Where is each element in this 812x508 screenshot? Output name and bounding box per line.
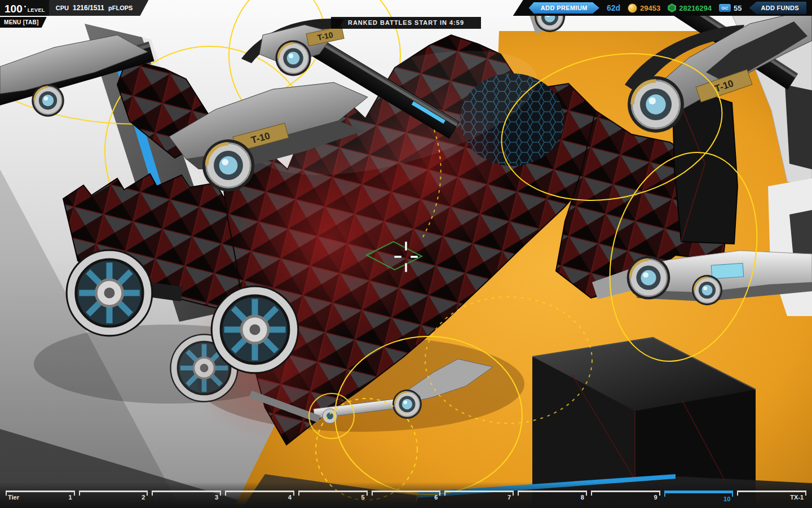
tier-segment: 8: [518, 491, 587, 503]
cpu-unit: pFLOPS: [108, 5, 133, 11]
robits-value: 29453: [640, 4, 660, 12]
arm-joint[interactable]: [202, 139, 254, 191]
parts-balance: 28216294: [668, 3, 712, 12]
tier-segment: 4: [225, 491, 294, 503]
tier-label: 1: [69, 494, 72, 501]
arm-joint[interactable]: [275, 40, 311, 76]
top-right-bar: ADD PREMIUM 62d 29453 28216294 GC 55 ADD…: [513, 0, 812, 16]
tier-track: Tier 1 2 3 4 5 6 7 8 9 10 TX-1: [6, 491, 806, 505]
gc-value: 55: [734, 4, 742, 12]
tier-label: 8: [581, 494, 584, 501]
tier-segment: 7: [444, 491, 514, 503]
arm-joint[interactable]: [692, 275, 722, 305]
tier-segment: 3: [152, 491, 221, 503]
add-funds-button[interactable]: ADD FUNDS: [749, 2, 806, 14]
menu-button[interactable]: MENU [TAB]: [0, 17, 47, 28]
ranked-battles-banner: RANKED BATTLES START IN 4:59: [331, 17, 481, 29]
tier-segment: 5: [298, 491, 368, 503]
arm-joint[interactable]: [392, 389, 422, 419]
tier-label: 9: [654, 494, 657, 501]
robits-coin-icon: [628, 3, 637, 13]
tier-segment: Tier 1: [6, 491, 75, 503]
tier-label: TX-1: [790, 494, 804, 501]
cpu-value: 1216/1511: [73, 4, 104, 12]
tier-label: 3: [215, 494, 218, 501]
tier-label: 2: [142, 494, 145, 501]
top-left-bar: 100 LEVEL CPU 1216/1511 pFLOPS: [0, 0, 148, 16]
tier-segment: 6: [372, 491, 441, 503]
gc-icon: GC: [719, 4, 731, 12]
tier-label: 6: [434, 494, 438, 501]
level-value: 100: [5, 5, 23, 14]
wheel[interactable]: [211, 286, 299, 374]
cpu-indicator: CPU 1216/1511 pFLOPS: [49, 0, 149, 16]
cpu-label: CPU: [56, 5, 69, 11]
parts-hexagon-icon: [668, 3, 676, 12]
tier-axis-label: Tier: [8, 494, 19, 501]
game-window: T-10 T-10 T-10: [0, 0, 812, 508]
add-premium-button[interactable]: ADD PREMIUM: [529, 2, 599, 14]
tier-label: 4: [288, 494, 292, 501]
premium-days: 62d: [607, 3, 620, 12]
level-dot-icon: [24, 6, 26, 7]
tier-segment: 9: [591, 491, 660, 503]
tier-label: 5: [361, 494, 365, 501]
parts-value: 28216294: [679, 4, 712, 12]
tier-segment: 2: [79, 491, 148, 503]
tier-segment: TX-1: [737, 491, 806, 503]
wheel[interactable]: [66, 249, 153, 337]
tier-label: 10: [723, 496, 730, 502]
tier-bar: Tier 1 2 3 4 5 6 7 8 9 10 TX-1: [0, 482, 812, 508]
robits-balance: 29453: [628, 3, 660, 13]
garage-3d-scene[interactable]: T-10 T-10 T-10: [0, 0, 812, 508]
arm-joint[interactable]: [627, 256, 670, 300]
level-indicator: 100 LEVEL: [0, 0, 49, 16]
arm-joint[interactable]: [32, 84, 64, 117]
tier-label: 7: [508, 494, 511, 501]
arm-joint[interactable]: [628, 76, 684, 133]
tier-segment-active: 10: [664, 491, 734, 505]
gc-balance: GC 55: [719, 4, 742, 12]
level-label: LEVEL: [28, 7, 45, 13]
